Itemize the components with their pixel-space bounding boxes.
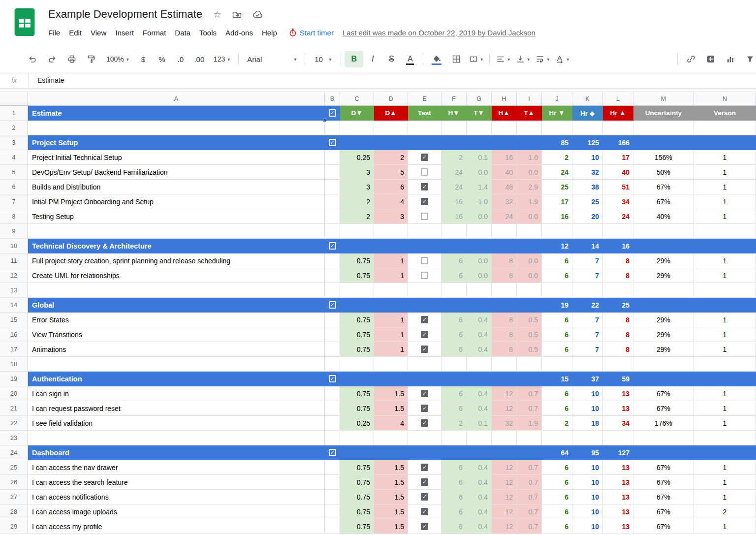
checkbox-checked[interactable]: ✓ [329, 242, 336, 250]
row-header-23[interactable]: 23 [0, 431, 28, 445]
cell-L20[interactable]: 13 [603, 386, 633, 401]
cell-D23[interactable] [374, 431, 408, 445]
cell-M26[interactable]: 67% [633, 475, 694, 490]
cell-D13[interactable] [374, 283, 408, 298]
cell-L19[interactable]: 59 [603, 372, 633, 386]
cell-K19[interactable]: 37 [572, 372, 603, 386]
cell-A21[interactable]: I can request password reset [28, 401, 325, 416]
cell-G24[interactable] [467, 445, 492, 460]
cell-B5[interactable] [325, 165, 340, 180]
row-header-3[interactable]: 3 [0, 135, 28, 150]
cell-M10[interactable] [633, 239, 694, 253]
cell-L4[interactable]: 17 [603, 150, 633, 165]
cell-A6[interactable]: Builds and Distribution [28, 180, 325, 194]
row-header-16[interactable]: 16 [0, 327, 28, 342]
cell-E29[interactable]: ✓ [408, 519, 441, 534]
cell-L3[interactable]: 166 [603, 135, 633, 150]
cell-J29[interactable]: 6 [542, 519, 572, 534]
cell-J21[interactable]: 6 [542, 401, 572, 416]
cell-B9[interactable] [325, 224, 340, 239]
cell-J9[interactable] [542, 224, 572, 239]
cell-B15[interactable] [325, 313, 340, 327]
checkbox-checked[interactable]: ✓ [421, 390, 428, 397]
cell-C28[interactable]: 0.75 [340, 504, 374, 519]
cell-M6[interactable]: 67% [633, 180, 694, 194]
cell-E21[interactable]: ✓ [408, 401, 441, 416]
cell-D29[interactable]: 1.5 [374, 519, 408, 534]
document-title[interactable]: Example Development Estimate [48, 8, 202, 21]
cell-G22[interactable]: 0.1 [467, 416, 492, 431]
cell-N22[interactable]: 1 [694, 416, 756, 431]
checkbox-checked[interactable]: ✓ [421, 478, 428, 486]
cell-F8[interactable]: 16 [441, 209, 467, 224]
cell-K4[interactable]: 10 [572, 150, 603, 165]
cell-C22[interactable]: 0.25 [340, 416, 374, 431]
cell-K2[interactable] [572, 121, 603, 135]
print-button[interactable] [62, 51, 82, 67]
cell-I8[interactable]: 0.0 [517, 209, 542, 224]
cell-D17[interactable]: 1 [374, 342, 408, 357]
cell-E15[interactable]: ✓ [408, 313, 441, 327]
cell-F21[interactable]: 6 [441, 401, 467, 416]
cell-B7[interactable] [325, 194, 340, 209]
cell-C12[interactable]: 0.75 [340, 268, 374, 283]
menu-edit[interactable]: Edit [64, 27, 86, 38]
cell-N18[interactable] [694, 357, 756, 372]
row-header-20[interactable]: 20 [0, 386, 28, 401]
cell-L16[interactable]: 8 [603, 327, 633, 342]
cell-N13[interactable] [694, 283, 756, 298]
checkbox-checked[interactable]: ✓ [421, 419, 428, 427]
cell-G10[interactable] [467, 239, 492, 253]
cell-G5[interactable]: 0.0 [467, 165, 492, 180]
cell-C8[interactable]: 2 [340, 209, 374, 224]
cell-C5[interactable]: 3 [340, 165, 374, 180]
row-header-10[interactable]: 10 [0, 239, 28, 253]
cell-G23[interactable] [467, 431, 492, 445]
cell-F24[interactable] [441, 445, 467, 460]
cell-I2[interactable] [517, 121, 542, 135]
cell-H14[interactable] [492, 298, 517, 313]
cell-F5[interactable]: 24 [441, 165, 467, 180]
cell-H24[interactable] [492, 445, 517, 460]
cell-A12[interactable]: Create UML for relationships [28, 268, 325, 283]
cell-I6[interactable]: 2.9 [517, 180, 542, 194]
row-header-14[interactable]: 14 [0, 298, 28, 313]
cell-H27[interactable]: 12 [492, 490, 517, 504]
cell-E18[interactable] [408, 357, 441, 372]
cell-F2[interactable] [441, 121, 467, 135]
cell-L1[interactable]: Hr ▲ [603, 106, 633, 121]
cell-J14[interactable]: 19 [542, 298, 572, 313]
cell-H13[interactable] [492, 283, 517, 298]
cell-D11[interactable]: 1 [374, 253, 408, 268]
cell-G9[interactable] [467, 224, 492, 239]
cell-G7[interactable]: 1.0 [467, 194, 492, 209]
cell-D10[interactable] [374, 239, 408, 253]
checkbox-checked[interactable]: ✓ [421, 464, 428, 471]
cell-B2[interactable] [325, 121, 340, 135]
cell-I28[interactable]: 0.7 [517, 504, 542, 519]
cell-G29[interactable]: 0.4 [467, 519, 492, 534]
cell-L15[interactable]: 8 [603, 313, 633, 327]
cell-C11[interactable]: 0.75 [340, 253, 374, 268]
checkbox-checked[interactable]: ✓ [329, 301, 336, 309]
cell-F7[interactable]: 16 [441, 194, 467, 209]
cell-K10[interactable]: 14 [572, 239, 603, 253]
cell-A22[interactable]: I see field validation [28, 416, 325, 431]
cell-K1[interactable]: Hr ◆ [572, 106, 603, 121]
cell-M22[interactable]: 176% [633, 416, 694, 431]
cell-G13[interactable] [467, 283, 492, 298]
start-timer-button[interactable]: Start timer [288, 28, 334, 37]
cell-M1[interactable]: Uncertainty [633, 106, 694, 121]
cell-C6[interactable]: 3 [340, 180, 374, 194]
cell-I20[interactable]: 0.7 [517, 386, 542, 401]
row-header-21[interactable]: 21 [0, 401, 28, 416]
cell-F10[interactable] [441, 239, 467, 253]
cell-K18[interactable] [572, 357, 603, 372]
cell-C21[interactable]: 0.75 [340, 401, 374, 416]
cell-I26[interactable]: 0.7 [517, 475, 542, 490]
cell-D5[interactable]: 5 [374, 165, 408, 180]
cell-K16[interactable]: 7 [572, 327, 603, 342]
cell-M12[interactable]: 29% [633, 268, 694, 283]
text-wrap-button[interactable]: ▾ [533, 51, 552, 67]
cell-D26[interactable]: 1.5 [374, 475, 408, 490]
